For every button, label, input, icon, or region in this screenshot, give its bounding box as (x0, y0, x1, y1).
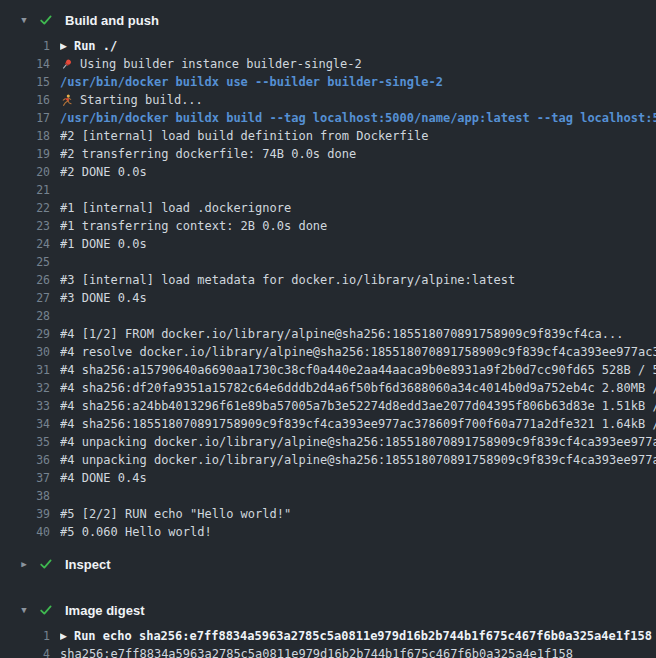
log-line: 24 #1 DONE 0.0s (0, 235, 656, 253)
line-text: #5 0.060 Hello world! (60, 523, 656, 541)
line-text: #2 [internal] load build definition from… (60, 127, 656, 145)
log-line: 37 #4 DONE 0.4s (0, 469, 656, 487)
line-text: #3 DONE 0.4s (60, 289, 656, 307)
log-line: 25 (0, 253, 656, 271)
line-text: /usr/bin/docker buildx build --tag local… (60, 109, 656, 127)
line-text: /usr/bin/docker buildx use --builder bui… (60, 73, 656, 91)
line-number[interactable]: 21 (0, 181, 50, 199)
line-text: #2 transferring dockerfile: 74B 0.0s don… (60, 145, 656, 163)
line-number[interactable]: 35 (0, 433, 50, 451)
log-line: 40 #5 0.060 Hello world! (0, 523, 656, 541)
line-number[interactable]: 24 (0, 235, 50, 253)
line-number[interactable]: 19 (0, 145, 50, 163)
section-title: Build and push (63, 13, 159, 28)
play-icon[interactable]: ▶ (60, 37, 67, 55)
log-line: 31 #4 sha256:a15790640a6690aa1730c38cf0a… (0, 361, 656, 379)
log-line: 27 #3 DONE 0.4s (0, 289, 656, 307)
log-line: 4 sha256:e7ff8834a5963a2785c5a0811e979d1… (0, 645, 656, 658)
line-number[interactable]: 23 (0, 217, 50, 235)
chevron-icon[interactable]: ▼ (12, 599, 36, 621)
log-line: 30 #4 resolve docker.io/library/alpine@s… (0, 343, 656, 361)
line-text (60, 181, 656, 199)
workflow-log-viewer: ▼ Build and push 1 ▶Run ./ 14 Using buil… (0, 0, 656, 658)
log-line: 19 #2 transferring dockerfile: 74B 0.0s … (0, 145, 656, 163)
log-section: ▶ Inspect (0, 541, 656, 575)
line-text: #4 resolve docker.io/library/alpine@sha2… (60, 343, 656, 361)
line-number[interactable]: 30 (0, 343, 50, 361)
section-gap (0, 541, 656, 553)
line-number[interactable]: 15 (0, 73, 50, 91)
log-line: 39 #5 [2/2] RUN echo "Hello world!" (0, 505, 656, 523)
line-number[interactable]: 17 (0, 109, 50, 127)
log-line: 35 #4 unpacking docker.io/library/alpine… (0, 433, 656, 451)
line-number[interactable]: 20 (0, 163, 50, 181)
line-text: #4 sha256:df20fa9351a15782c64e6dddb2d4a6… (60, 379, 656, 397)
log-line: 29 #4 [1/2] FROM docker.io/library/alpin… (0, 325, 656, 343)
log-line: 15 /usr/bin/docker buildx use --builder … (0, 73, 656, 91)
line-number[interactable]: 25 (0, 253, 50, 271)
line-text: Starting build... (60, 91, 656, 109)
line-number[interactable]: 18 (0, 127, 50, 145)
line-number[interactable]: 1 (0, 37, 50, 55)
log-line: 38 (0, 487, 656, 505)
line-number[interactable]: 34 (0, 415, 50, 433)
line-number[interactable]: 28 (0, 307, 50, 325)
log-line: 32 #4 sha256:df20fa9351a15782c64e6dddb2d… (0, 379, 656, 397)
line-text: #2 DONE 0.0s (60, 163, 656, 181)
section-header[interactable]: ▶ Inspect (0, 553, 656, 575)
line-number[interactable]: 31 (0, 361, 50, 379)
check-icon (36, 13, 63, 27)
section-header[interactable]: ▼ Build and push (0, 9, 656, 31)
line-number[interactable]: 1 (0, 627, 50, 645)
log-line: 1 ▶Run ./ (0, 37, 656, 55)
play-icon[interactable]: ▶ (60, 627, 67, 645)
log-line: 23 #1 transferring context: 2B 0.0s done (0, 217, 656, 235)
line-text: #1 transferring context: 2B 0.0s done (60, 217, 656, 235)
line-number[interactable]: 14 (0, 55, 50, 73)
line-text (60, 307, 656, 325)
line-text: #4 sha256:185518070891758909c9f839cf4ca3… (60, 415, 656, 433)
chevron-icon[interactable]: ▶ (12, 553, 36, 575)
line-text: #4 sha256:a15790640a6690aa1730c38cf0a440… (60, 361, 656, 379)
chevron-icon[interactable]: ▼ (12, 9, 36, 31)
line-text: #4 unpacking docker.io/library/alpine@sh… (60, 451, 656, 469)
line-text: #1 [internal] load .dockerignore (60, 199, 656, 217)
line-number[interactable]: 29 (0, 325, 50, 343)
line-number[interactable]: 22 (0, 199, 50, 217)
line-number[interactable]: 36 (0, 451, 50, 469)
pushpin-icon (60, 58, 73, 71)
section-header[interactable]: ▼ Image digest (0, 599, 656, 621)
line-text: #5 [2/2] RUN echo "Hello world!" (60, 505, 656, 523)
log-line: 28 (0, 307, 656, 325)
line-text: #4 DONE 0.4s (60, 469, 656, 487)
check-icon (36, 603, 63, 617)
section-title: Image digest (63, 603, 144, 618)
line-text: #4 unpacking docker.io/library/alpine@sh… (60, 433, 656, 451)
line-number[interactable]: 16 (0, 91, 50, 109)
log-line: 26 #3 [internal] load metadata for docke… (0, 271, 656, 289)
line-number[interactable]: 40 (0, 523, 50, 541)
line-number[interactable]: 26 (0, 271, 50, 289)
line-number[interactable]: 32 (0, 379, 50, 397)
line-text: #1 DONE 0.0s (60, 235, 656, 253)
section-title: Inspect (63, 557, 111, 572)
log-lines: 1 ▶Run ./ 14 Using builder instance buil… (0, 37, 656, 541)
line-number[interactable]: 37 (0, 469, 50, 487)
line-number[interactable]: 33 (0, 397, 50, 415)
line-text: ▶Run ./ (60, 37, 656, 55)
line-text (60, 253, 656, 271)
line-text: Using builder instance builder-single-2 (60, 55, 656, 73)
line-number[interactable]: 4 (0, 645, 50, 658)
check-icon (36, 557, 63, 571)
line-number[interactable]: 38 (0, 487, 50, 505)
log-line: 17 /usr/bin/docker buildx build --tag lo… (0, 109, 656, 127)
log-section: ▼ Build and push 1 ▶Run ./ 14 Using buil… (0, 9, 656, 541)
line-number[interactable]: 39 (0, 505, 50, 523)
line-number[interactable]: 27 (0, 289, 50, 307)
line-text: #4 sha256:a24bb4013296f61e89ba57005a7b3e… (60, 397, 656, 415)
runner-icon (60, 94, 73, 107)
log-line: 20 #2 DONE 0.0s (0, 163, 656, 181)
log-line: 16 Starting build... (0, 91, 656, 109)
log-line: 34 #4 sha256:185518070891758909c9f839cf4… (0, 415, 656, 433)
log-line: 36 #4 unpacking docker.io/library/alpine… (0, 451, 656, 469)
